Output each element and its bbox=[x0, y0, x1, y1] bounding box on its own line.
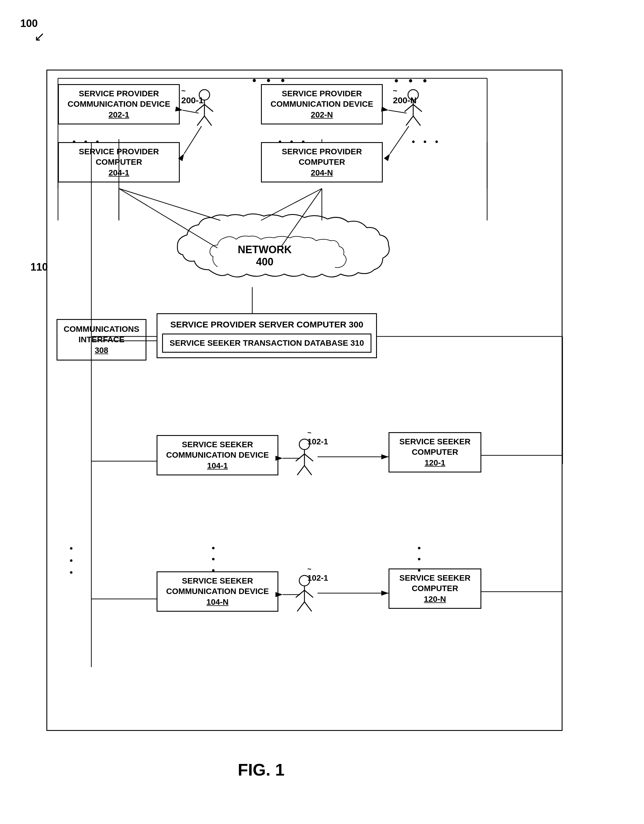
diagram: 100 ↙ 110 • • • • • • SERVICE PROVIDER C… bbox=[0, 0, 644, 824]
ss-comp-1: SERVICE SEEKER COMPUTER 120-1 bbox=[389, 432, 481, 472]
svg-line-11 bbox=[413, 116, 420, 126]
svg-line-21 bbox=[304, 590, 313, 598]
svg-line-5 bbox=[204, 116, 212, 126]
svg-line-3 bbox=[204, 105, 213, 112]
ss-comm-device-N: SERVICE SEEKER COMMUNICATION DEVICE 104-… bbox=[157, 571, 278, 612]
svg-line-9 bbox=[413, 105, 422, 112]
dots-sp-far-right: • • • bbox=[412, 136, 441, 147]
label-200-1: ~ 200-1 bbox=[181, 86, 204, 105]
sp-comp-left: SERVICE PROVIDER COMPUTER 204-1 bbox=[58, 142, 180, 183]
sp-comm-device-left: SERVICE PROVIDER COMMUNICATION DEVICE 20… bbox=[58, 84, 180, 125]
arrow-100: ↙ bbox=[34, 29, 45, 44]
ref-110-label: 110 bbox=[31, 261, 48, 273]
dots-vert-left: ••• bbox=[69, 543, 73, 579]
label-102-1-top: ~ 102-1 bbox=[307, 428, 328, 446]
sp-comp-right: SERVICE PROVIDER COMPUTER 204-N bbox=[261, 142, 383, 183]
svg-line-16 bbox=[297, 466, 304, 475]
comm-interface-box: COMMUNICATIONS INTERFACE 308 bbox=[57, 319, 146, 361]
svg-line-14 bbox=[296, 454, 304, 461]
svg-line-22 bbox=[297, 602, 304, 612]
svg-line-8 bbox=[404, 105, 413, 112]
svg-line-10 bbox=[406, 116, 413, 126]
ref-100-label: 100 bbox=[20, 17, 38, 29]
svg-line-2 bbox=[196, 105, 204, 112]
svg-line-23 bbox=[304, 602, 312, 612]
sp-server-box: SERVICE PROVIDER SERVER COMPUTER 300 SER… bbox=[157, 313, 377, 358]
db-box: SERVICE SEEKER TRANSACTION DATABASE 310 bbox=[162, 334, 372, 353]
network-label: NETWORK 400 bbox=[238, 244, 292, 268]
fig-label: FIG. 1 bbox=[238, 760, 284, 779]
svg-line-4 bbox=[197, 116, 204, 126]
label-102-1-bottom: ~ 102-1 bbox=[307, 564, 328, 583]
svg-line-15 bbox=[304, 454, 313, 461]
dots-vert-center: ••• bbox=[212, 543, 215, 576]
svg-line-20 bbox=[296, 590, 304, 598]
dots-vert-right: ••• bbox=[418, 543, 421, 576]
svg-line-17 bbox=[304, 466, 312, 475]
ss-comm-device-1: SERVICE SEEKER COMMUNICATION DEVICE 104-… bbox=[157, 435, 278, 475]
dots-sp-right: • • • bbox=[278, 136, 307, 147]
label-200-N: ~ 200-N bbox=[393, 86, 417, 105]
sp-comm-device-right: SERVICE PROVIDER COMMUNICATION DEVICE 20… bbox=[261, 84, 383, 125]
sp-server-title: SERVICE PROVIDER SERVER COMPUTER 300 bbox=[162, 319, 372, 330]
ss-comp-N: SERVICE SEEKER COMPUTER 120-N bbox=[389, 569, 481, 609]
dots-sp-left: • • • bbox=[72, 136, 102, 147]
